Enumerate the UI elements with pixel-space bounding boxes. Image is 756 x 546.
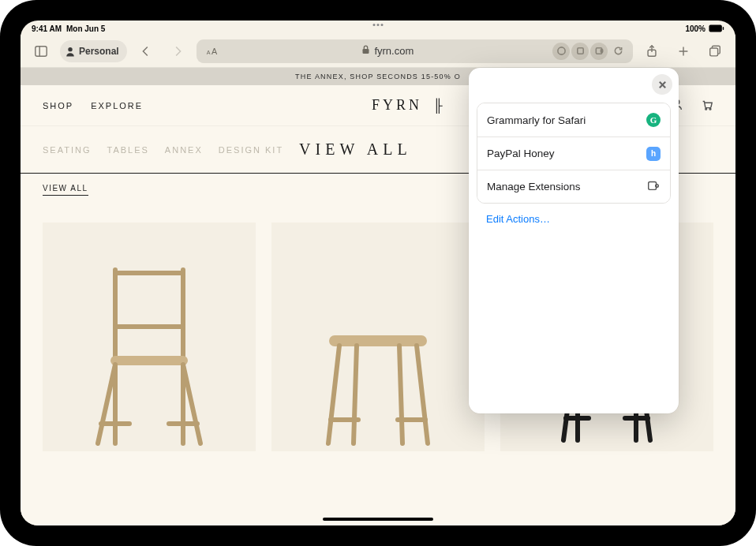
safari-toolbar: Personal AA fyrn.com	[21, 35, 735, 68]
tabs-overview-button[interactable]	[702, 39, 728, 64]
battery-percent: 100%	[685, 24, 705, 33]
svg-rect-3	[36, 46, 47, 56]
extensions-list: Grammarly for Safari G PayPal Honey h Ma…	[477, 103, 671, 204]
home-indicator[interactable]	[323, 518, 433, 521]
category-seating[interactable]: SEATING	[43, 145, 91, 155]
svg-text:A: A	[207, 48, 211, 55]
extensions-popover: Grammarly for Safari G PayPal Honey h Ma…	[469, 68, 679, 413]
category-tables[interactable]: TABLES	[107, 145, 148, 155]
svg-rect-17	[710, 47, 718, 55]
extension-item-label: PayPal Honey	[487, 148, 555, 159]
category-active[interactable]: VIEW ALL	[299, 140, 412, 159]
manage-extensions-item[interactable]: Manage Extensions	[477, 170, 670, 203]
brand-mark-icon: ╟	[433, 99, 442, 113]
category-annex[interactable]: ANNEX	[165, 145, 203, 155]
lock-icon	[361, 45, 370, 57]
svg-point-19	[705, 108, 707, 110]
extension-item-honey[interactable]: PayPal Honey h	[477, 136, 670, 170]
back-button[interactable]	[133, 39, 159, 64]
svg-point-9	[557, 47, 564, 54]
svg-point-20	[709, 108, 711, 110]
honey-badge-icon: h	[646, 147, 661, 161]
manage-extensions-label: Manage Extensions	[487, 181, 581, 193]
sub-filter-view-all[interactable]: VIEW ALL	[43, 184, 88, 196]
svg-rect-24	[656, 185, 659, 188]
reload-button[interactable]	[609, 43, 627, 60]
cart-icon[interactable]	[701, 98, 713, 114]
extensions-button[interactable]	[590, 43, 608, 60]
svg-text:A: A	[211, 46, 218, 55]
popover-close-button[interactable]	[652, 74, 672, 95]
brand-wordmark[interactable]: FYRN	[372, 97, 422, 114]
svg-rect-10	[577, 48, 582, 54]
status-bar: 9:41 AM Mon Jun 5 100%	[21, 21, 735, 35]
sidebar-toggle-button[interactable]	[28, 39, 54, 64]
category-design-kit[interactable]: DESIGN KIT	[219, 145, 283, 155]
nav-explore[interactable]: EXPLORE	[91, 101, 143, 110]
ipad-frame: 9:41 AM Mon Jun 5 100%	[0, 0, 756, 546]
extension-item-label: Grammarly for Safari	[487, 114, 586, 126]
extension-grammarly-icon[interactable]	[552, 43, 570, 60]
svg-rect-8	[363, 49, 369, 54]
nav-shop[interactable]: SHOP	[43, 101, 73, 110]
forward-button	[165, 39, 190, 64]
edit-actions-link[interactable]: Edit Actions…	[486, 213, 671, 225]
product-card[interactable]	[43, 223, 256, 451]
puzzle-piece-icon	[646, 178, 661, 195]
screen: 9:41 AM Mon Jun 5 100%	[21, 21, 735, 525]
status-date: Mon Jun 5	[66, 24, 105, 33]
address-bar[interactable]: AA fyrn.com	[196, 39, 633, 63]
product-card[interactable]	[271, 223, 485, 451]
status-time: 9:41 AM	[32, 24, 62, 33]
svg-rect-1	[709, 24, 721, 32]
new-tab-button[interactable]	[671, 39, 696, 64]
profile-label: Personal	[79, 46, 119, 57]
extension-honey-icon[interactable]	[571, 43, 589, 60]
battery-icon	[709, 24, 724, 32]
profile-chip[interactable]: Personal	[60, 40, 127, 62]
promo-text: THE ANNEX, SHOP SECONDS 15-50% O	[295, 73, 461, 80]
grammarly-badge-icon: G	[646, 113, 661, 127]
share-button[interactable]	[639, 39, 664, 64]
extension-item-grammarly[interactable]: Grammarly for Safari G	[477, 103, 670, 136]
reader-text-size-button[interactable]: AA	[201, 42, 223, 61]
url-display: fyrn.com	[374, 45, 414, 57]
svg-rect-2	[723, 27, 724, 30]
multitask-dots[interactable]	[373, 24, 384, 26]
svg-point-5	[68, 47, 72, 50]
